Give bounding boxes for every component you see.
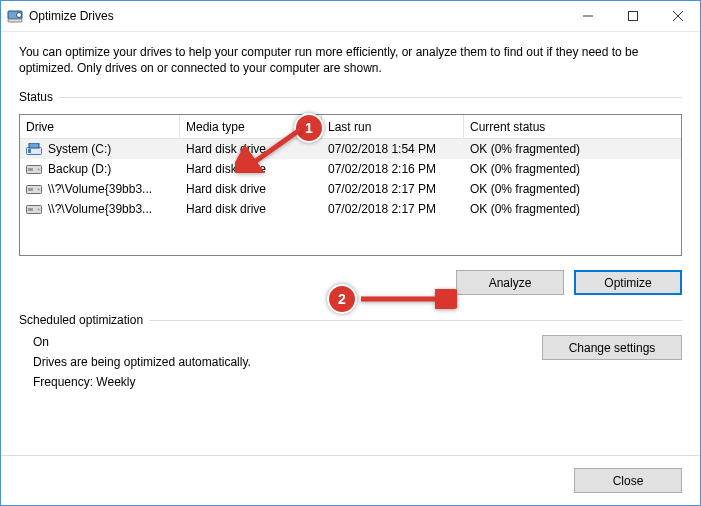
- svg-point-17: [38, 209, 40, 211]
- analyze-button[interactable]: Analyze: [456, 270, 564, 295]
- cell-last-run: 07/02/2018 1:54 PM: [322, 142, 464, 156]
- drive-name: \\?\Volume{39bb3...: [48, 202, 152, 216]
- cell-current-status: OK (0% fragmented): [464, 182, 664, 196]
- content-area: You can optimize your drives to help you…: [1, 32, 700, 455]
- column-drive[interactable]: Drive: [20, 115, 180, 138]
- scheduled-optimization-group: Scheduled optimization On Drives are bei…: [19, 313, 682, 395]
- maximize-button[interactable]: [610, 2, 655, 31]
- cell-last-run: 07/02/2018 2:16 PM: [322, 162, 464, 176]
- cell-last-run: 07/02/2018 2:17 PM: [322, 182, 464, 196]
- svg-rect-1: [8, 19, 22, 22]
- svg-point-2: [17, 13, 22, 18]
- cell-current-status: OK (0% fragmented): [464, 162, 664, 176]
- cell-media-type: Hard disk drive: [180, 202, 322, 216]
- svg-rect-8: [28, 149, 31, 153]
- table-row[interactable]: Backup (D:)Hard disk drive07/02/2018 2:1…: [20, 159, 681, 179]
- svg-rect-4: [628, 12, 637, 21]
- svg-point-14: [38, 189, 40, 191]
- close-button[interactable]: Close: [574, 468, 682, 493]
- table-row[interactable]: System (C:)Hard disk drive07/02/2018 1:5…: [20, 139, 681, 159]
- svg-line-6: [673, 11, 683, 21]
- scheduled-desc: Drives are being optimized automatically…: [33, 355, 542, 369]
- app-icon: [7, 8, 23, 24]
- table-row[interactable]: \\?\Volume{39bb3...Hard disk drive07/02/…: [20, 199, 681, 219]
- optimize-button[interactable]: Optimize: [574, 270, 682, 295]
- column-media-type[interactable]: Media type: [180, 115, 322, 138]
- listview-header: Drive Media type Last run Current status: [20, 115, 681, 139]
- titlebar: Optimize Drives: [1, 1, 700, 32]
- cell-media-type: Hard disk drive: [180, 142, 322, 156]
- cell-media-type: Hard disk drive: [180, 182, 322, 196]
- cell-current-status: OK (0% fragmented): [464, 202, 664, 216]
- cell-drive: \\?\Volume{39bb3...: [20, 202, 180, 216]
- drive-name: \\?\Volume{39bb3...: [48, 182, 152, 196]
- svg-line-5: [673, 11, 683, 21]
- drive-name: Backup (D:): [48, 162, 111, 176]
- drives-listview[interactable]: Drive Media type Last run Current status…: [19, 114, 682, 256]
- change-settings-button[interactable]: Change settings: [542, 335, 682, 360]
- scheduled-frequency: Frequency: Weekly: [33, 375, 542, 389]
- cell-drive: \\?\Volume{39bb3...: [20, 182, 180, 196]
- column-last-run[interactable]: Last run: [322, 115, 464, 138]
- os-drive-icon: [26, 143, 42, 155]
- svg-rect-15: [28, 188, 33, 191]
- intro-text: You can optimize your drives to help you…: [19, 44, 682, 76]
- svg-rect-18: [28, 208, 33, 211]
- optimize-drives-window: Optimize Drives You can optimize your dr…: [0, 0, 701, 506]
- status-legend: Status: [19, 90, 53, 104]
- minimize-button[interactable]: [565, 2, 610, 31]
- cell-last-run: 07/02/2018 2:17 PM: [322, 202, 464, 216]
- scheduled-on: On: [33, 335, 542, 349]
- hdd-icon: [26, 183, 42, 195]
- drive-name: System (C:): [48, 142, 111, 156]
- svg-rect-12: [28, 168, 33, 171]
- status-group: Status Drive Media type Last run Current…: [19, 90, 682, 295]
- cell-media-type: Hard disk drive: [180, 162, 322, 176]
- window-title: Optimize Drives: [29, 9, 114, 23]
- svg-point-11: [38, 169, 40, 171]
- cell-current-status: OK (0% fragmented): [464, 142, 664, 156]
- close-window-button[interactable]: [655, 2, 700, 31]
- cell-drive: System (C:): [20, 142, 180, 156]
- divider: [59, 97, 682, 98]
- hdd-icon: [26, 203, 42, 215]
- scheduled-legend: Scheduled optimization: [19, 313, 143, 327]
- cell-drive: Backup (D:): [20, 162, 180, 176]
- svg-rect-9: [29, 143, 39, 148]
- footer: Close: [1, 455, 700, 505]
- column-current-status[interactable]: Current status: [464, 115, 664, 138]
- hdd-icon: [26, 163, 42, 175]
- divider: [149, 320, 682, 321]
- table-row[interactable]: \\?\Volume{39bb3...Hard disk drive07/02/…: [20, 179, 681, 199]
